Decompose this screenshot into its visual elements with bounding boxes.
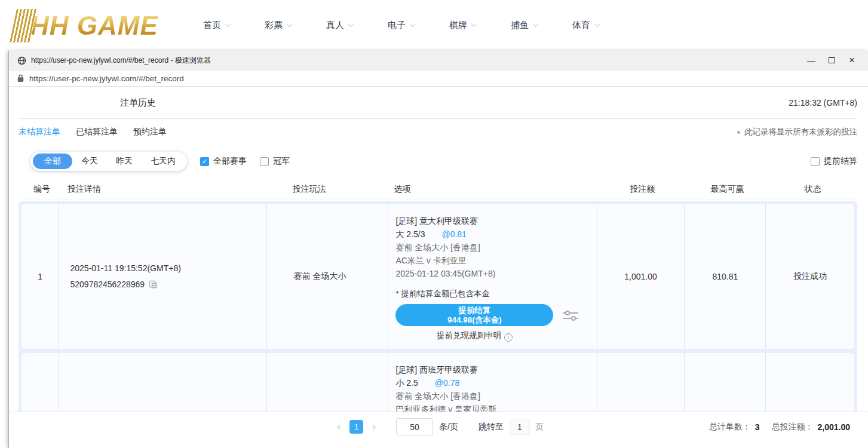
bet-detail-cell: 2025-01-11 19:15:52(GMT+8) 5209782456228… — [59, 204, 266, 349]
table-row: 1 2025-01-11 19:15:52(GMT+8) 52097824562… — [22, 204, 854, 349]
bet-play: 赛前 全场大小 — [267, 204, 389, 349]
nav-item-lottery[interactable]: 彩票 — [265, 20, 292, 31]
pager: ‹ 1 › 条/页 跳转至 页 — [333, 418, 544, 435]
checkbox-label: 提前结算 — [824, 156, 857, 167]
nav-item-live[interactable]: 真人 — [326, 20, 353, 31]
bullet-icon — [737, 131, 740, 134]
minimize-button[interactable]: — — [801, 56, 821, 65]
page-size-input[interactable] — [396, 418, 433, 435]
cashout-button-label: 提前结算 — [458, 306, 490, 315]
total-count-value: 3 — [755, 422, 760, 432]
header-play: 投注玩法 — [266, 184, 388, 195]
copy-icon[interactable] — [149, 280, 158, 289]
browser-window: https://user-pc-new.jylywl.com/#/bet_rec… — [8, 51, 868, 448]
nav-item-fishing[interactable]: 捕鱼 — [511, 20, 538, 31]
cashout-note: * 提前结算金额已包含本金 — [395, 289, 596, 299]
total-amount-label: 总投注额： — [772, 422, 814, 432]
prev-page-button[interactable]: ‹ — [333, 421, 344, 433]
nav-label: 彩票 — [265, 20, 283, 31]
page-header: 注单历史 21:18:32 (GMT+8) — [19, 87, 857, 118]
chevron-down-icon — [594, 21, 600, 27]
browser-titlebar[interactable]: https://user-pc-new.jylywl.com/#/bet_rec… — [9, 51, 868, 70]
site-logo[interactable]: HH GAME — [13, 9, 186, 42]
checkbox-unchecked-icon — [260, 157, 269, 166]
page-title: 注单历史 — [120, 97, 156, 109]
nav-label: 体育 — [572, 20, 590, 31]
page-1-button[interactable]: 1 — [349, 420, 363, 434]
chevron-down-icon — [533, 21, 539, 27]
jump-label: 跳转至 — [479, 422, 504, 432]
chevron-down-icon — [287, 21, 293, 27]
match-teams: AC米兰 v 卡利亚里 — [395, 254, 596, 267]
header-amount: 投注额 — [598, 184, 686, 195]
maximize-button[interactable] — [821, 56, 842, 65]
tab-settled[interactable]: 已结算注单 — [76, 127, 118, 137]
range-today-button[interactable]: 今天 — [72, 154, 107, 169]
range-all-button[interactable]: 全部 — [33, 154, 72, 169]
cashout-rule-link[interactable]: 提前兑现规则申明 — [437, 331, 501, 340]
info-icon[interactable]: i — [504, 333, 513, 342]
odds: @0.81 — [441, 229, 466, 239]
nav-label: 电子 — [388, 20, 406, 31]
league: [足球] 意大利甲级联赛 — [395, 214, 596, 228]
lock-icon — [17, 74, 24, 82]
header-status: 状态 — [768, 184, 857, 195]
filter-row: 全部 今天 昨天 七天内 ✓ 全部赛事 冠军 提前结算 — [19, 150, 857, 173]
bet-status: 投注成功 — [766, 204, 854, 349]
totals: 总计单数：3 总投注额：2,001.00 — [709, 422, 850, 432]
nav-label: 棋牌 — [449, 20, 467, 31]
champion-checkbox[interactable]: 冠军 — [260, 156, 290, 167]
browser-urlbar[interactable]: https://user-pc-new.jylywl.com/#/bet_rec… — [9, 70, 868, 87]
all-events-checkbox[interactable]: ✓ 全部赛事 — [200, 156, 247, 167]
header-maxwin: 最高可赢 — [686, 184, 768, 195]
tab-unsettled[interactable]: 未结算注单 — [19, 127, 60, 137]
range-yesterday-button[interactable]: 昨天 — [107, 154, 142, 169]
record-note: 此记录将显示所有未派彩的投注 — [737, 127, 857, 137]
nav-item-chess[interactable]: 棋牌 — [449, 20, 476, 31]
sliders-icon[interactable] — [562, 308, 579, 323]
nav-label: 首页 — [203, 20, 221, 31]
header-option: 选项 — [388, 184, 599, 195]
pick: 大 2.5/3 — [395, 229, 425, 239]
tab-reserved[interactable]: 预约注单 — [133, 127, 167, 137]
next-page-button[interactable]: › — [369, 421, 379, 433]
close-button[interactable]: × — [842, 54, 862, 66]
date-range-group: 全部 今天 昨天 七天内 — [30, 152, 187, 171]
total-count-label: 总计单数： — [709, 422, 751, 432]
header-detail: 投注详情 — [57, 184, 266, 195]
logo-text: HH GAME — [30, 11, 158, 41]
league: [足球] 西班牙甲级联赛 — [395, 363, 596, 376]
pick: 小 2.5 — [395, 378, 418, 388]
main-nav: 首页 彩票 真人 电子 棋牌 捕鱼 体育 — [203, 20, 634, 31]
match-time: 2025-01-12 03:45(GMT+8) — [395, 267, 596, 280]
per-page-label: 条/页 — [439, 422, 458, 432]
cashout-amount: 944.98(含本金) — [447, 315, 502, 325]
bet-time: 2025-01-11 19:15:52(GMT+8) — [70, 260, 266, 277]
pagination-bar: ‹ 1 › 条/页 跳转至 页 总计单数：3 总投注额：2,001.00 — [9, 412, 868, 448]
early-settle-checkbox[interactable]: 提前结算 — [811, 156, 857, 167]
globe-icon — [17, 56, 26, 65]
market: 赛前 全场大小 [香港盘] — [395, 241, 596, 254]
nav-label: 捕鱼 — [511, 20, 529, 31]
window-controls: — × — [801, 54, 862, 66]
header-no: 编号 — [19, 184, 57, 195]
jump-page-input[interactable] — [510, 419, 530, 435]
maximize-icon — [829, 57, 835, 63]
nav-item-sports[interactable]: 体育 — [572, 20, 599, 31]
nav-item-home[interactable]: 首页 — [203, 20, 230, 31]
checkbox-unchecked-icon — [811, 157, 820, 166]
range-7days-button[interactable]: 七天内 — [142, 154, 185, 169]
nav-item-slots[interactable]: 电子 — [388, 20, 415, 31]
page-word-label: 页 — [535, 422, 544, 432]
url-text[interactable]: https://user-pc-new.jylywl.com/#/bet_rec… — [29, 74, 184, 83]
chevron-down-icon — [348, 21, 354, 27]
checkbox-label: 全部赛事 — [213, 156, 247, 167]
cashout-button[interactable]: 提前结算 944.98(含本金) — [395, 304, 553, 326]
window-title: https://user-pc-new.jylywl.com/#/bet_rec… — [31, 56, 801, 66]
odds: @0.78 — [435, 378, 459, 388]
chevron-down-icon — [225, 21, 231, 27]
current-time: 21:18:32 (GMT+8) — [789, 98, 857, 108]
bet-maxwin: 810.81 — [685, 204, 766, 349]
bet-id: 5209782456228969 — [70, 277, 145, 293]
checkbox-checked-icon: ✓ — [200, 157, 209, 166]
